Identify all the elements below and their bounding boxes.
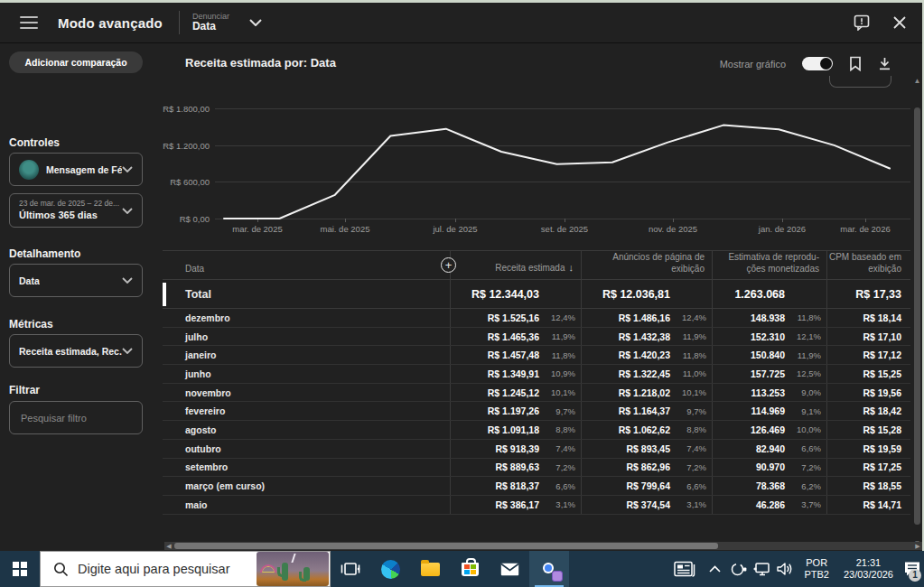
network-icon[interactable]: [750, 551, 773, 587]
chevron-down-icon: [122, 166, 133, 172]
volume-icon[interactable]: [773, 551, 797, 587]
column-header-anuncios[interactable]: Anúncios de página deexibição: [581, 252, 712, 279]
table-row[interactable]: outubroR$ 918,397,4%R$ 893,457,4%82.9406…: [163, 440, 910, 459]
download-icon[interactable]: [878, 57, 891, 71]
search-input[interactable]: [78, 562, 257, 576]
scroll-up-icon[interactable]: ▲: [912, 77, 922, 86]
scroll-right-icon[interactable]: ▶: [913, 543, 922, 550]
gridline: [215, 219, 910, 219]
window-border-top: [0, 0, 924, 3]
controls-heading: Controles: [9, 136, 60, 149]
table-row[interactable]: junhoR$ 1.349,9110,9%R$ 1.322,4511,0%157…: [163, 365, 910, 384]
vertical-scroll-thumb[interactable]: [914, 107, 920, 525]
windows-taskbar: POR PTB2 21:31 23/03/2026 1: [0, 551, 924, 587]
column-header-data[interactable]: Data: [163, 264, 450, 280]
show-chart-toggle[interactable]: [802, 57, 833, 70]
table-row[interactable]: dezembroR$ 1.525,1612,4%R$ 1.486,1612,4%…: [163, 309, 910, 328]
notification-count-badge: 1: [909, 569, 921, 582]
feedback-icon[interactable]: [854, 14, 870, 31]
breakdown-select[interactable]: Data: [9, 264, 143, 297]
table-row[interactable]: fevereiroR$ 1.197,269,7%R$ 1.164,379,7%1…: [163, 402, 910, 421]
edge-icon[interactable]: [370, 551, 410, 587]
report-dropdown[interactable]: Denunciar Data: [192, 12, 229, 33]
sort-desc-icon: ↓: [569, 262, 574, 273]
task-view-button[interactable]: [331, 551, 370, 587]
chevron-down-icon: [122, 277, 133, 284]
chrome-profile-badge: [552, 571, 563, 582]
x-axis-tick: set. de 2025: [541, 224, 588, 234]
horizontal-scroll-thumb[interactable]: [174, 543, 718, 549]
table-row[interactable]: janeiroR$ 1.457,4811,8%R$ 1.420,2311,8%1…: [163, 346, 910, 365]
report-title: Receita estimada por: Data: [185, 56, 336, 70]
bookmark-icon[interactable]: [849, 56, 862, 71]
clock-date: 23/03/2026: [844, 569, 893, 581]
column-header-receita[interactable]: Receita estimada↓: [450, 262, 581, 279]
tray-expand-icon[interactable]: [703, 551, 726, 587]
report-main: Receita estimada por: Data Mostrar gráfi…: [163, 43, 913, 542]
table-row[interactable]: julhoR$ 1.465,3611,9%R$ 1.432,3811,9%152…: [163, 328, 910, 347]
breakdown-heading: Detalhamento: [9, 247, 80, 260]
table-row[interactable]: agostoR$ 1.091,188,8%R$ 1.062,628,8%126.…: [163, 421, 910, 440]
table-row[interactable]: maioR$ 386,173,1%R$ 374,543,1%46.2863,7%…: [163, 496, 910, 515]
system-tray: POR PTB2 21:31 23/03/2026 1: [667, 551, 924, 587]
column-header-estimativa[interactable]: Estimativa de reprodu-ções monetizadas: [712, 252, 826, 279]
search-highlight-image[interactable]: [257, 552, 329, 586]
metrics-select[interactable]: Receita estimada, Rec...: [9, 334, 143, 368]
y-axis-tick: R$ 1.800,00: [163, 104, 210, 114]
close-icon[interactable]: [893, 16, 906, 29]
x-axis-tick: mar. de 2025: [232, 224, 282, 234]
taskbar-search[interactable]: [40, 551, 331, 587]
filter-heading: Filtrar: [9, 384, 40, 396]
scroll-left-icon[interactable]: ◀: [164, 543, 173, 550]
app-window: Modo avançado Denunciar Data Adicionar c…: [0, 0, 924, 587]
mail-icon[interactable]: [490, 551, 529, 587]
column-header-cpm[interactable]: CPM baseado emexibição: [826, 252, 910, 279]
search-icon: [53, 562, 69, 577]
y-axis-tick: R$ 1.200,00: [163, 140, 210, 150]
date-range-select[interactable]: 23 de mar. de 2025 – 22 de... Últimos 36…: [9, 193, 143, 228]
table-total-row[interactable]: Total R$ 12.344,03 R$ 12.036,81 1.263.06…: [163, 280, 910, 309]
news-widget-icon[interactable]: [667, 551, 703, 587]
total-cpm: R$ 17,33: [855, 288, 901, 301]
file-explorer-icon[interactable]: [410, 551, 450, 587]
meet-now-icon[interactable]: [726, 551, 750, 587]
chevron-down-icon[interactable]: [249, 19, 262, 26]
notification-center-button[interactable]: 1: [901, 551, 924, 587]
gridline: [215, 108, 910, 109]
horizontal-scrollbar[interactable]: ◀ ▶: [164, 542, 922, 550]
controls-sidebar: Adicionar comparação Controles Mensagem …: [0, 43, 163, 542]
chrome-icon[interactable]: [529, 551, 569, 587]
revenue-line: [224, 126, 890, 219]
task-view-icon: [341, 561, 360, 577]
vertical-scrollbar[interactable]: ▲ ▼: [912, 77, 922, 548]
chevron-down-icon: [122, 348, 133, 354]
show-chart-label: Mostrar gráfico: [720, 59, 786, 70]
microsoft-store-icon[interactable]: [450, 551, 490, 587]
table-row[interactable]: novembroR$ 1.245,1210,1%R$ 1.218,0210,1%…: [163, 384, 910, 403]
total-label: Total: [163, 288, 450, 301]
chevron-down-icon: [122, 208, 133, 214]
total-row-marker: [163, 283, 166, 306]
channel-select[interactable]: Mensagem de Fé ...: [9, 153, 143, 186]
clock[interactable]: 21:31 23/03/2026: [836, 557, 901, 581]
add-metric-icon[interactable]: +: [441, 257, 456, 273]
table-row[interactable]: março (em curso)R$ 818,376,6%R$ 799,646,…: [163, 477, 910, 496]
language-indicator[interactable]: POR PTB2: [797, 557, 836, 581]
start-button[interactable]: [0, 551, 40, 587]
gridline: [215, 145, 910, 146]
add-comparison-button[interactable]: Adicionar comparação: [9, 51, 143, 73]
x-axis-tick: mai. de 2025: [321, 224, 370, 234]
report-dropdown-value: Data: [192, 21, 229, 33]
gridline: [215, 182, 910, 182]
x-axis-tick: jan. de 2026: [759, 224, 806, 234]
table-body: dezembroR$ 1.525,1612,4%R$ 1.486,1612,4%…: [163, 309, 910, 515]
breakdown-select-value: Data: [19, 275, 40, 286]
date-range-value: Últimos 365 dias: [19, 209, 119, 221]
channel-avatar: [19, 160, 39, 180]
y-axis-tick: R$ 600,00: [163, 177, 210, 187]
y-axis-tick: R$ 0,00: [163, 214, 210, 224]
table-row[interactable]: setembroR$ 889,637,2%R$ 862,967,2%90.970…: [163, 459, 910, 478]
menu-icon[interactable]: [20, 16, 38, 29]
date-range-sublabel: 23 de mar. de 2025 – 22 de...: [19, 199, 119, 209]
filter-search-input[interactable]: [9, 401, 143, 434]
